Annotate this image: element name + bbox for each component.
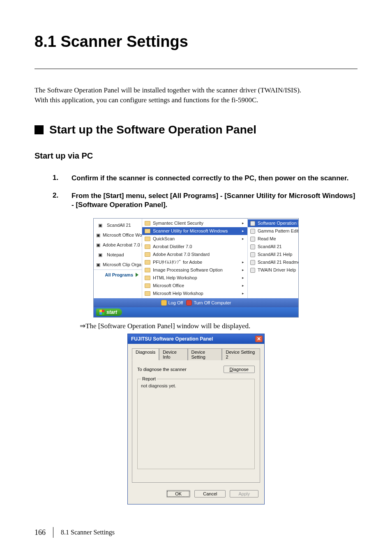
submenu-label: ScandAll 21 Readme: [258, 259, 298, 265]
app-icon: ▣: [96, 222, 104, 228]
turn-off-label: Turn Off Computer: [194, 300, 231, 305]
folder-icon: [145, 229, 150, 233]
result-line: ⇒The [Software Operation Panel] window w…: [80, 322, 357, 330]
dialog-tab[interactable]: Device Info: [159, 348, 187, 360]
folder-icon: [145, 252, 150, 257]
dialog-titlebar: FUJITSU Software Operation Panel ✕: [128, 334, 264, 344]
section-heading: Start up the Software Operation Panel: [49, 123, 256, 136]
start-menu-pinned-item[interactable]: ▣Microsoft Clip Organ: [94, 260, 142, 269]
app-icon: ▣: [96, 261, 100, 268]
submenu-item[interactable]: Read Me: [248, 235, 298, 243]
cancel-button[interactable]: Cancel: [194, 490, 226, 497]
app-icon: ▣: [96, 232, 100, 238]
close-button[interactable]: ✕: [255, 336, 263, 342]
submenu-item[interactable]: Software Operation Panel: [248, 219, 298, 227]
program-menu-item[interactable]: QuickScan▸: [142, 235, 247, 243]
submenu-item[interactable]: TWAIN Driver Help: [248, 266, 298, 274]
step-number: 2.: [53, 191, 60, 210]
footer-separator: [53, 527, 53, 538]
chevron-right-icon: ▸: [242, 283, 244, 289]
start-menu-pinned-item[interactable]: ▣Notepad: [94, 250, 142, 260]
dialog-tab[interactable]: Device Setting: [188, 348, 222, 360]
submenu-label: Gamma Pattern Editor: [258, 228, 298, 234]
apply-button[interactable]: Apply: [230, 490, 258, 497]
submenu-label: ScandAll 21 Help: [258, 251, 292, 258]
page-footer: 166 8.1 Scanner Settings: [35, 527, 115, 538]
start-menu-pinned-column: ▣ScandAll 21▣Microsoft Office Wor▣Adobe …: [94, 219, 142, 298]
page-number: 166: [35, 528, 46, 537]
folder-icon: [145, 221, 150, 226]
chevron-right-icon: ▸: [242, 220, 244, 226]
diagnose-rest: iagnose: [233, 367, 249, 372]
menu-item-label: Image Processing Software Option: [153, 267, 223, 273]
start-menu-power-row: Log Off Turn Off Computer: [94, 298, 298, 307]
program-menu-item[interactable]: Microsoft Help Workshop▸: [142, 290, 247, 297]
step-text: Confirm if the scanner is connected corr…: [71, 174, 357, 183]
submenu-label: Read Me: [258, 236, 276, 242]
app-icon: [250, 252, 255, 257]
app-icon: ▣: [96, 242, 100, 248]
submenu-item[interactable]: ScandAll 21 Help: [248, 251, 298, 258]
pinned-label: Microsoft Clip Organ: [103, 262, 142, 267]
program-menu-item[interactable]: Microsoft Office▸: [142, 282, 247, 290]
step-1: 1. Confirm if the scanner is connected c…: [53, 174, 357, 183]
submenu-item[interactable]: ScandAll 21: [248, 243, 298, 251]
footer-crumb: 8.1 Scanner Settings: [61, 529, 115, 536]
menu-item-label: Microsoft Help Workshop: [153, 290, 203, 297]
submenu-item[interactable]: Gamma Pattern Editor: [248, 227, 298, 235]
menu-item-label: HTML Help Workshop: [153, 275, 197, 281]
folder-icon: [145, 260, 150, 265]
dialog-title-text: FUJITSU Software Operation Panel: [131, 336, 213, 342]
program-menu-item[interactable]: HTML Help Workshop▸: [142, 274, 247, 282]
dialog-tab[interactable]: Device Setting 2: [222, 348, 260, 360]
menu-item-label: Microsoft Office: [153, 283, 184, 289]
folder-icon: [145, 244, 150, 249]
log-off-label: Log Off: [168, 300, 183, 305]
start-menu-programs-column: Symantec Client Security▸Scanner Utility…: [142, 219, 247, 298]
turn-off-button[interactable]: Turn Off Computer: [186, 300, 231, 306]
diagnose-button[interactable]: Diagnose: [224, 366, 255, 373]
start-menu-figure: ▣ScandAll 21▣Microsoft Office Wor▣Adobe …: [93, 218, 299, 318]
pinned-label: Notepad: [107, 252, 124, 257]
start-label: start: [106, 309, 117, 315]
log-off-button[interactable]: Log Off: [161, 300, 183, 306]
chevron-right-icon: ▸: [242, 228, 244, 234]
folder-icon: [145, 237, 150, 241]
menu-item-label: PFUﾀｲﾑｽﾀﾝﾌﾟ for Adobe: [153, 259, 202, 265]
report-groupbox: Report not diagnosis yet.: [137, 379, 255, 469]
submenu-label: ScandAll 21: [258, 244, 282, 250]
app-icon: [250, 221, 255, 226]
dialog-tab[interactable]: Diagnosis: [132, 348, 159, 360]
program-menu-item[interactable]: Adobe Acrobat 7.0 Standard: [142, 251, 247, 258]
dialog-tabs: DiagnosisDevice InfoDevice SettingDevice…: [132, 348, 260, 360]
pinned-label: Adobe Acrobat 7.0 S: [103, 242, 142, 247]
program-menu-item[interactable]: Scanner Utility for Microsoft Windows▸: [142, 227, 247, 235]
windows-flag-icon: [99, 310, 104, 315]
app-icon: [250, 244, 255, 249]
submenu-item[interactable]: ScandAll 21 Readme: [248, 258, 298, 266]
intro-line2: With this application, you can configure…: [35, 96, 258, 104]
menu-item-label: Adobe Acrobat 7.0 Standard: [153, 251, 210, 258]
all-programs-item[interactable]: All Programs: [94, 269, 142, 280]
chevron-right-icon: ▸: [242, 290, 244, 297]
ok-button[interactable]: OK: [166, 490, 190, 497]
start-button[interactable]: start: [96, 309, 122, 316]
program-menu-item[interactable]: Image Processing Software Option▸: [142, 266, 247, 274]
power-icon: [186, 300, 192, 306]
program-menu-item[interactable]: PFUﾀｲﾑｽﾀﾝﾌﾟ for Adobe▸: [142, 258, 247, 266]
folder-icon: [145, 283, 150, 288]
menu-item-label: Acrobat Distiller 7.0: [153, 244, 192, 250]
program-menu-item[interactable]: Symantec Client Security▸: [142, 219, 247, 227]
start-menu-pinned-item[interactable]: ▣Microsoft Office Wor: [94, 230, 142, 240]
dialog-button-row: OK Cancel Apply: [132, 483, 260, 501]
chevron-right-icon: ▸: [242, 236, 244, 242]
start-menu-pinned-item[interactable]: ▣ScandAll 21: [94, 220, 142, 230]
report-legend: Report: [141, 376, 157, 381]
taskbar: start: [94, 307, 298, 317]
pinned-label: ScandAll 21: [107, 223, 131, 228]
program-menu-item[interactable]: Acrobat Distiller 7.0: [142, 243, 247, 251]
start-menu-pinned-item[interactable]: ▣Adobe Acrobat 7.0 S: [94, 240, 142, 250]
start-menu-submenu-column: Software Operation PanelGamma Pattern Ed…: [247, 219, 298, 298]
intro-line1: The Software Operation Panel will be ins…: [35, 86, 301, 94]
app-icon: [250, 268, 255, 273]
